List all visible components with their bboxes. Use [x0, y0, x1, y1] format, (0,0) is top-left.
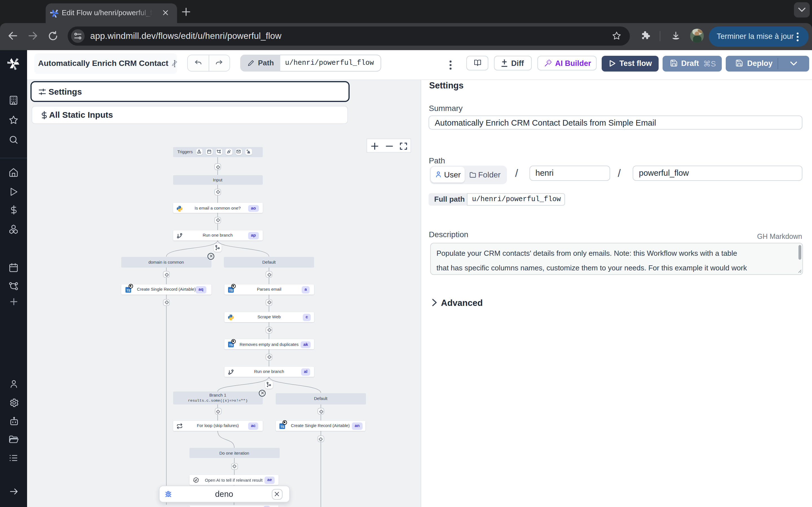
svg-text:TS: TS [229, 344, 233, 347]
svg-text:TS: TS [229, 289, 233, 292]
svg-text:TS: TS [281, 425, 284, 428]
svg-text:TS: TS [126, 289, 130, 292]
